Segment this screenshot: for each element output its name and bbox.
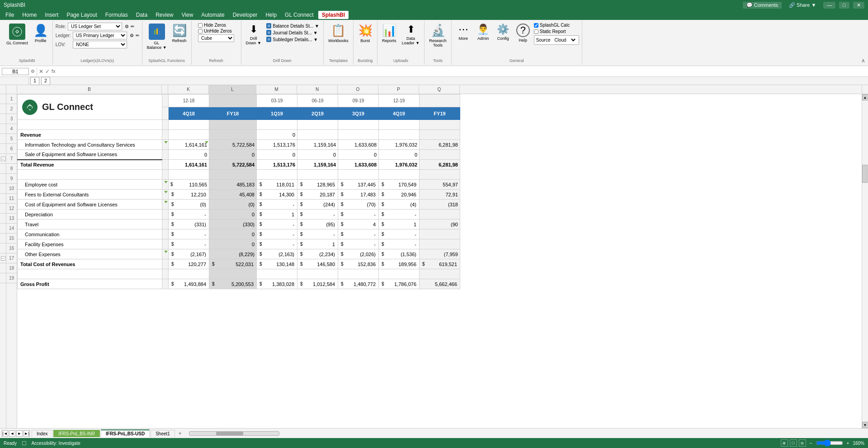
cell-m2[interactable]: 1Q19 [257, 107, 297, 120]
menu-formulas[interactable]: Formulas [102, 11, 132, 19]
role-edit-icon[interactable]: ✏ [131, 24, 134, 29]
cell-m18[interactable] [257, 269, 297, 279]
cell-o4[interactable] [338, 130, 379, 140]
config-button[interactable]: ⚙️ Config [494, 23, 512, 42]
cell-k3[interactable] [169, 120, 209, 130]
cell-b16[interactable]: Other Expenses [18, 249, 162, 259]
splashgl-calc-input[interactable] [534, 23, 538, 28]
cell-n18[interactable] [297, 269, 338, 279]
scroll-thumb[interactable] [862, 165, 868, 183]
nav-first-button[interactable]: |◄ [2, 430, 8, 437]
cell-n3[interactable] [297, 120, 338, 130]
cell-p2[interactable]: 4Q19 [379, 107, 420, 120]
cell-p6[interactable]: 0 [379, 150, 420, 160]
cell-n13[interactable]: $(95) [297, 219, 338, 229]
cloud-select[interactable]: Cloud [552, 37, 577, 43]
cell-q16[interactable]: (7,959 [420, 249, 460, 259]
menu-review[interactable]: Review [152, 11, 177, 19]
row-num-8[interactable]: 8 [6, 164, 17, 174]
cell-n11[interactable]: $(244) [297, 200, 338, 210]
burst-button[interactable]: 💥 Burst [356, 23, 374, 44]
static-report-check[interactable]: Static Report [534, 29, 579, 34]
refresh-button[interactable]: 🔄 Refresh [170, 23, 189, 44]
cell-o7[interactable]: 1,633,608 [338, 160, 379, 170]
cell-b18[interactable] [18, 269, 162, 279]
cell-n4[interactable] [297, 130, 338, 140]
cell-l11[interactable]: (0) [209, 200, 257, 210]
cell-k16[interactable]: $(2,167) [169, 249, 209, 259]
cell-k5[interactable]: 1,614,161 [169, 140, 209, 150]
cell-b9[interactable]: Employee cost [18, 180, 162, 190]
admin-button[interactable]: 👨‍💼 Admin [474, 23, 492, 42]
cell-n9[interactable]: $ 128,965 [297, 180, 338, 190]
cell-p3[interactable] [379, 120, 420, 130]
cell-l1[interactable] [209, 95, 257, 107]
row-num-18[interactable]: 18 [6, 263, 17, 273]
row-num-16[interactable]: 16 [6, 243, 17, 253]
cell-q2[interactable]: FY19 [420, 107, 460, 120]
col-header-l[interactable]: L [209, 85, 256, 94]
cell-n15[interactable]: $1 [297, 239, 338, 249]
cell-m17[interactable]: $130,148 [257, 259, 297, 269]
normal-view-icon[interactable]: ⊞ [781, 439, 788, 447]
cell-b5[interactable]: Information Technology and Consultancy S… [18, 140, 162, 150]
cell-l5[interactable]: 5,722,584 [209, 140, 257, 150]
role-settings-icon[interactable]: ⚙ [125, 24, 129, 29]
row-num-14[interactable]: 14 [6, 224, 17, 234]
cell-l15[interactable]: 0 [209, 239, 257, 249]
row-num-2[interactable]: 2 [6, 104, 17, 114]
cell-b11[interactable]: Cost of Equipment and Software Licenses [18, 200, 162, 210]
balance-details-button[interactable]: ≡ Balance Details St... ▼ [265, 23, 321, 29]
cell-k17[interactable]: $120,277 [169, 259, 209, 269]
cell-b6[interactable]: Sale of Equipment and Software Licenses [18, 150, 162, 160]
cell-m16[interactable]: $(2,163) [257, 249, 297, 259]
cell-q17[interactable]: $619,521 [420, 259, 460, 269]
cell-p17[interactable]: $189,956 [379, 259, 420, 269]
row-num-6[interactable]: 6 [6, 144, 17, 154]
horizontal-scrollbar[interactable] [184, 431, 866, 436]
cell-l12[interactable]: 0 [209, 210, 257, 219]
zoom-minus-button[interactable]: − [810, 441, 812, 446]
cell-q13[interactable]: (90 [420, 219, 460, 229]
cell-o16[interactable]: $(2,026) [338, 249, 379, 259]
cell-p18[interactable] [379, 269, 420, 279]
ledger-settings-icon[interactable]: ⚙ [130, 33, 134, 38]
cell-o3[interactable] [338, 120, 379, 130]
scroll-up-button[interactable]: ▲ [862, 94, 868, 100]
cell-q1[interactable] [420, 95, 460, 107]
cell-m19[interactable]: $1,383,028 [257, 279, 297, 289]
cell-n17[interactable]: $146,580 [297, 259, 338, 269]
cell-b17[interactable]: Total Cost of Revenues [18, 259, 162, 269]
zoom-plus-button[interactable]: + [847, 441, 849, 446]
cell-m14[interactable]: $- [257, 229, 297, 239]
col-header-b[interactable]: B [17, 85, 162, 94]
cell-k10[interactable]: $12,210 [169, 190, 209, 200]
hide-zeros-input[interactable] [198, 23, 203, 28]
cell-p9[interactable]: $ 170,549 [379, 180, 420, 190]
hide-zeros-check[interactable]: Hide Zeros [198, 23, 226, 28]
menu-developer[interactable]: Developer [229, 11, 261, 19]
row-num-12[interactable]: 12 [6, 204, 17, 214]
formula-input[interactable] [57, 69, 866, 74]
cell-l8[interactable] [209, 170, 257, 180]
reports-button[interactable]: 📊 Reports [380, 23, 398, 44]
cell-n6[interactable]: 0 [297, 150, 338, 160]
cell-q7[interactable]: 6,281,98 [420, 160, 460, 170]
cell-l14[interactable]: 0 [209, 229, 257, 239]
cell-p8[interactable] [379, 170, 420, 180]
cell-q12[interactable] [420, 210, 460, 219]
cell-k2[interactable]: 4Q18 [169, 107, 209, 120]
cell-n1[interactable]: 06-19 [297, 95, 338, 107]
cell-l16[interactable]: (8,229) [209, 249, 257, 259]
cell-n19[interactable]: $1,012,584 [297, 279, 338, 289]
cell-b12[interactable]: Depreciation [18, 210, 162, 219]
cell-o18[interactable] [338, 269, 379, 279]
cell-k7[interactable]: 1,614,161 [169, 160, 209, 170]
cell-q3[interactable] [420, 120, 460, 130]
ledger-edit-icon[interactable]: ✏ [136, 33, 139, 38]
row-num-5[interactable]: 5 [6, 134, 17, 144]
cell-o19[interactable]: $1,480,772 [338, 279, 379, 289]
cell-p1[interactable]: 12-19 [379, 95, 420, 107]
cell-k8[interactable] [169, 170, 209, 180]
restore-button[interactable]: □ [839, 2, 849, 9]
